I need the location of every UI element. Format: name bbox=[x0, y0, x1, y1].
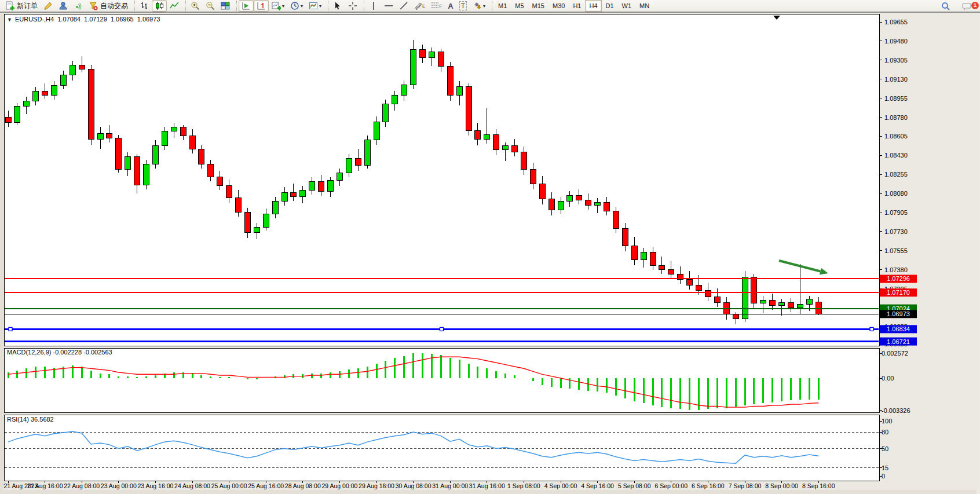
bar-chart-button[interactable] bbox=[137, 0, 152, 12]
time-axis: 21 Aug 202321 Aug 16:0022 Aug 08:0023 Au… bbox=[4, 481, 835, 489]
line-drag-handle[interactable] bbox=[870, 327, 873, 331]
svg-text:100: 100 bbox=[882, 418, 892, 425]
chart-shift-button[interactable] bbox=[254, 0, 269, 12]
svg-text:0.00: 0.00 bbox=[882, 375, 894, 382]
high-value: 1.07129 bbox=[84, 16, 107, 23]
svg-text:29 Aug 00:00: 29 Aug 00:00 bbox=[321, 482, 357, 489]
indicators-button[interactable]: ▾ bbox=[269, 0, 287, 12]
auto-scroll-icon bbox=[242, 1, 251, 10]
timeframe-m1-button[interactable]: M1 bbox=[494, 0, 511, 12]
trendline-button[interactable] bbox=[396, 0, 411, 12]
svg-text:1.07730: 1.07730 bbox=[884, 228, 908, 235]
notifications-button[interactable]: 1 bbox=[959, 1, 975, 12]
svg-text:8 Sep 00:00: 8 Sep 00:00 bbox=[765, 482, 798, 489]
add-indicator-icon bbox=[272, 1, 281, 10]
chart-area[interactable]: 1.096551.094801.093051.091301.089551.087… bbox=[0, 13, 980, 494]
svg-text:1.07905: 1.07905 bbox=[884, 209, 908, 216]
svg-text:1.07380: 1.07380 bbox=[884, 266, 908, 273]
timeframe-w1-button[interactable]: W1 bbox=[618, 0, 636, 12]
line-drag-handle[interactable] bbox=[9, 327, 12, 331]
svg-text:0.002572: 0.002572 bbox=[882, 350, 908, 357]
svg-text:6 Sep 16:00: 6 Sep 16:00 bbox=[692, 482, 725, 489]
equidistant-channel-button[interactable]: E bbox=[411, 0, 428, 12]
timeframe-m5-button[interactable]: M5 bbox=[511, 0, 528, 12]
timeframe-d1-button[interactable]: D1 bbox=[602, 0, 618, 12]
svg-text:6 Sep 00:00: 6 Sep 00:00 bbox=[654, 482, 688, 489]
toolbar-separator bbox=[131, 1, 135, 11]
search-button[interactable] bbox=[938, 1, 953, 12]
trendline-icon bbox=[399, 1, 408, 10]
clock-icon bbox=[290, 1, 299, 10]
svg-text:28 Aug 08:00: 28 Aug 08:00 bbox=[285, 482, 321, 489]
new-order-icon bbox=[5, 1, 14, 10]
autotrading-button[interactable]: 自动交易 bbox=[86, 0, 131, 12]
symbol-dropdown-icon[interactable]: ▼ bbox=[7, 17, 12, 23]
rsi-name: RSI(14) bbox=[7, 416, 29, 423]
svg-text:4 Sep 16:00: 4 Sep 16:00 bbox=[581, 482, 614, 489]
timeframe-label: M5 bbox=[515, 2, 524, 9]
community-button[interactable] bbox=[56, 0, 71, 12]
tile-windows-icon bbox=[221, 1, 230, 10]
templates-button[interactable]: ▾ bbox=[306, 0, 324, 12]
rsi-panel[interactable] bbox=[4, 415, 879, 481]
svg-text:25 Aug 00:00: 25 Aug 00:00 bbox=[211, 482, 247, 489]
timeframe-mn-button[interactable]: MN bbox=[635, 0, 653, 12]
svg-text:30 Aug 08:00: 30 Aug 08:00 bbox=[396, 482, 432, 489]
fibonacci-glyph: F bbox=[439, 3, 442, 9]
timeframe-m15-button[interactable]: M15 bbox=[528, 0, 548, 12]
horizontal-line-button[interactable] bbox=[381, 0, 396, 12]
metaeditor-icon bbox=[43, 1, 53, 10]
candlestick-icon bbox=[155, 1, 164, 10]
periods-button[interactable]: ▾ bbox=[287, 0, 306, 12]
zoom-in-button[interactable] bbox=[188, 0, 203, 12]
chart-shift-icon bbox=[257, 1, 266, 10]
toolbar-separator bbox=[233, 1, 237, 11]
symbol-period-label: EURUSD-,H4 bbox=[15, 16, 54, 23]
zoom-out-button[interactable] bbox=[203, 0, 218, 12]
timeframe-label: H1 bbox=[573, 2, 581, 9]
arrows-button[interactable]: ▾ bbox=[470, 0, 488, 12]
horizontal-line-icon bbox=[384, 1, 393, 10]
new-order-button[interactable]: 新订单 bbox=[2, 0, 41, 12]
signals-button[interactable] bbox=[71, 0, 86, 12]
timeframe-h4-button[interactable]: H4 bbox=[585, 0, 601, 12]
svg-text:1.08780: 1.08780 bbox=[884, 114, 908, 121]
timeframe-label: MN bbox=[639, 2, 649, 9]
fibonacci-button[interactable]: F bbox=[428, 0, 445, 12]
timeframe-h1-button[interactable]: H1 bbox=[569, 0, 585, 12]
text-icon: A bbox=[448, 2, 453, 10]
open-value: 1.07084 bbox=[57, 16, 81, 23]
timeframe-m30-button[interactable]: M30 bbox=[548, 0, 569, 12]
text-label-button[interactable]: T bbox=[456, 0, 470, 12]
svg-text:1.07555: 1.07555 bbox=[884, 247, 908, 254]
rsi-value: 36.5682 bbox=[31, 416, 54, 423]
candlestick-chart-button[interactable] bbox=[152, 0, 167, 12]
svg-text:29 Aug 16:00: 29 Aug 16:00 bbox=[359, 482, 394, 489]
cursor-button[interactable] bbox=[330, 0, 345, 12]
arrows-icon bbox=[473, 1, 482, 10]
line-chart-button[interactable] bbox=[167, 0, 182, 12]
crosshair-button[interactable] bbox=[345, 0, 360, 12]
timeframe-label: M30 bbox=[553, 2, 565, 9]
tile-windows-button[interactable] bbox=[218, 0, 233, 12]
chevron-down-icon: ▾ bbox=[483, 3, 485, 9]
svg-text:1.09130: 1.09130 bbox=[884, 76, 908, 83]
vertical-line-button[interactable] bbox=[366, 0, 381, 12]
metaeditor-button[interactable] bbox=[41, 0, 56, 12]
toolbar-separator bbox=[324, 1, 328, 11]
text-button[interactable]: A bbox=[445, 0, 456, 12]
line-chart-icon bbox=[170, 1, 179, 10]
macd-value: -0.002228 bbox=[53, 349, 82, 356]
svg-text:1.08080: 1.08080 bbox=[884, 190, 908, 197]
chevron-down-icon: ▾ bbox=[301, 3, 303, 9]
auto-scroll-button[interactable] bbox=[239, 0, 254, 12]
svg-text:21 Aug 16:00: 21 Aug 16:00 bbox=[27, 482, 63, 489]
bar-chart-icon bbox=[140, 1, 149, 10]
svg-text:15: 15 bbox=[882, 464, 888, 471]
svg-text:1.07296: 1.07296 bbox=[887, 275, 910, 282]
svg-text:31 Aug 16:00: 31 Aug 16:00 bbox=[469, 482, 505, 489]
autotrading-label: 自动交易 bbox=[100, 1, 128, 11]
zoom-out-icon bbox=[206, 1, 215, 10]
timeframe-label: W1 bbox=[622, 2, 632, 9]
line-drag-handle[interactable] bbox=[440, 327, 444, 331]
